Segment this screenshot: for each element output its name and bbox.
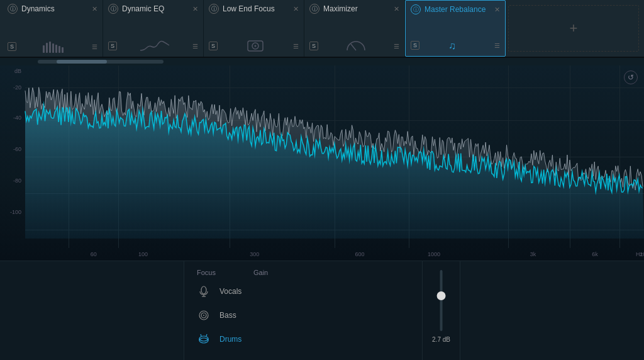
hz-label-300: 300 [250,251,259,257]
gain-value: 2.7 dB [432,336,450,343]
plugin-slot-master-rebalance[interactable]: ⓘ Master Rebalance ✕ S ♫ ☰ [405,0,506,57]
spectrum-canvas [0,65,644,251]
menu-icon-maximizer[interactable]: ☰ [394,43,399,50]
hz-label-3k: 3k [530,251,536,257]
plugin-name-low-end-focus: Low End Focus [223,4,289,13]
db-label-60: -60 [13,146,25,152]
plugin-name-dynamics: Dynamics [21,4,88,13]
plugin-slot-dynamics[interactable]: ⓘ Dynamics ✕ S ☰ [3,0,103,57]
bottom-panel: Focus Gain Vocals [184,261,423,360]
hz-label-1000: 1000 [428,251,440,257]
svg-text:♫: ♫ [448,40,456,51]
control-row-drums: Drums [197,330,409,348]
db-label-80: -80 [13,177,25,184]
svg-line-22 [201,334,201,336]
svg-rect-3 [52,43,54,53]
close-btn-dynamics[interactable]: ✕ [92,6,97,13]
spectrum-analyzer: dB -20 -40 -60 -80 -100 60 100 300 600 1… [0,65,644,261]
close-btn-master-rebalance[interactable]: ✕ [494,6,500,13]
power-btn-low-end-focus[interactable]: ⓘ [209,4,219,14]
gain-label: Gain [253,269,268,276]
db-labels: dB -20 -40 -60 -80 -100 [0,65,25,261]
svg-rect-5 [58,46,60,53]
s-btn-dynamics[interactable]: S [8,42,16,51]
close-btn-maximizer[interactable]: ✕ [394,6,399,13]
hz-label-60: 60 [91,251,97,257]
plugin-icon-low-end-focus [221,39,289,53]
gain-slider-area: 2.7 dB [423,261,460,360]
plugin-name-master-rebalance: Master Rebalance [425,5,491,14]
s-btn-maximizer[interactable]: S [309,42,318,50]
svg-rect-1 [46,43,48,53]
drums-icon [197,332,211,346]
close-btn-dynamic-eq[interactable]: ✕ [192,6,198,13]
scrollbar-track[interactable] [38,60,164,64]
menu-icon-dynamic-eq[interactable]: ☰ [192,43,198,50]
power-btn-dynamic-eq[interactable]: ⓘ [108,4,118,14]
vocals-label: Vocals [219,287,257,296]
controls-header: Focus Gain [197,269,409,276]
svg-point-12 [201,286,206,294]
bass-icon [197,308,211,322]
plugin-icon-maximizer [322,39,390,53]
scrollbar-area [0,58,644,65]
svg-rect-2 [49,42,51,53]
hz-label-600: 600 [355,251,364,257]
hz-label-100: 100 [138,251,148,257]
hz-label-hz: Hz [636,251,643,257]
plugin-icon-dynamics [20,40,88,53]
focus-label: Focus [197,269,216,276]
menu-icon-master-rebalance[interactable]: ☰ [494,42,500,49]
add-plugin-button[interactable]: + [508,5,639,52]
close-btn-low-end-focus[interactable]: ✕ [293,6,299,13]
power-btn-maximizer[interactable]: ⓘ [309,4,319,14]
bottom-controls: Focus Gain Vocals [0,261,644,360]
reset-button[interactable]: ↺ [624,70,638,84]
db-label-40: -40 [13,115,25,121]
reset-icon: ↺ [628,73,634,82]
gain-slider-track [440,270,442,331]
control-row-vocals: Vocals [197,283,409,300]
menu-icon-dynamics[interactable]: ☰ [92,43,97,50]
svg-rect-6 [62,47,64,53]
db-label-100: -100 [10,209,25,215]
plugin-slot-maximizer[interactable]: ⓘ Maximizer ✕ S ☰ [304,0,405,57]
vocals-icon [197,284,211,298]
bottom-right-area [460,261,644,360]
hz-label-6k: 6k [592,251,598,257]
db-label-text: dB [14,68,25,74]
svg-line-10 [351,44,356,50]
scrollbar-thumb[interactable] [57,60,107,64]
drums-label: Drums [219,335,257,344]
s-btn-low-end-focus[interactable]: S [209,42,218,50]
hz-labels: 60 100 300 600 1000 3k 6k 10k Hz [25,248,644,261]
plugin-slot-low-end-focus[interactable]: ⓘ Low End Focus ✕ S ☰ [204,0,304,57]
plugin-name-dynamic-eq: Dynamic EQ [122,4,189,13]
menu-icon-low-end-focus[interactable]: ☰ [293,43,299,50]
s-btn-master-rebalance[interactable]: S [411,41,419,50]
gain-slider-thumb[interactable] [436,291,445,300]
svg-line-23 [206,334,207,336]
plugin-slot-dynamic-eq[interactable]: ⓘ Dynamic EQ ✕ S ☰ [103,0,204,57]
power-btn-dynamics[interactable]: ⓘ [8,4,18,14]
svg-rect-0 [43,45,45,53]
power-btn-master-rebalance[interactable]: ⓘ [411,4,421,14]
control-row-bass: Bass [197,307,409,324]
bass-label: Bass [219,311,257,320]
plugin-icon-master-rebalance: ♫ [423,38,491,52]
svg-point-17 [203,315,204,316]
svg-rect-4 [55,45,57,53]
plugin-icon-dynamic-eq [121,39,189,53]
svg-point-9 [255,45,257,47]
bottom-left-area [0,261,184,360]
plugin-bar: ⓘ Dynamics ✕ S ☰ ⓘ Dynami [0,0,644,58]
s-btn-dynamic-eq[interactable]: S [108,42,117,50]
plugin-name-maximizer: Maximizer [323,4,390,13]
db-label-20: -20 [13,84,25,91]
add-plugin-icon: + [570,20,578,37]
gain-slider-container[interactable]: 2.7 dB [432,267,450,343]
